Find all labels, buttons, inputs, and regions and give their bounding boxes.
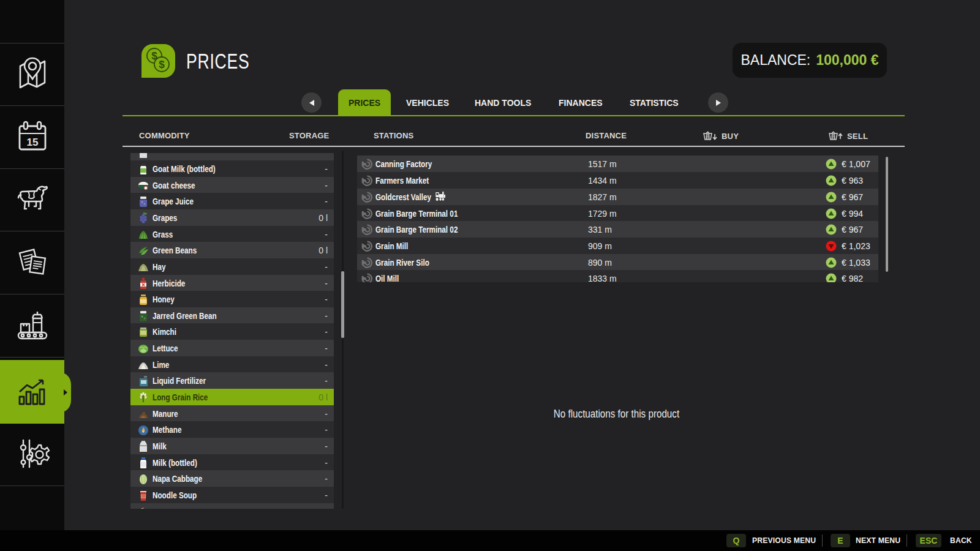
svg-text:$: $: [159, 59, 165, 70]
svg-text:15: 15: [26, 137, 38, 148]
